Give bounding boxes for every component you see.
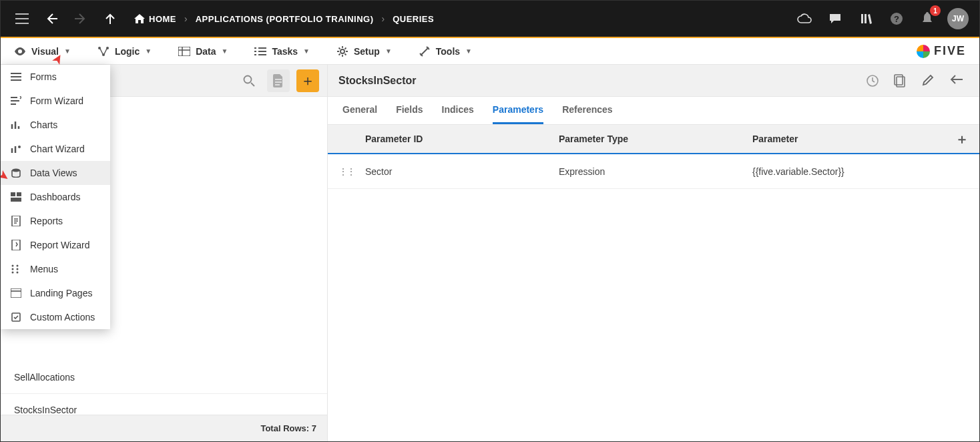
dropdown-label: Charts (30, 120, 57, 130)
search-icon[interactable] (238, 69, 260, 92)
menu-tasks[interactable]: Tasks ▼ (254, 45, 310, 57)
col-header-type: Parameter Type (559, 134, 752, 144)
svg-point-7 (244, 75, 252, 83)
dropdown-item-landing-pages[interactable]: Landing Pages (1, 281, 110, 305)
menu-data[interactable]: Data ▼ (178, 45, 228, 57)
dropdown-item-dashboards[interactable]: Dashboards (1, 185, 110, 209)
tools-icon (419, 45, 431, 57)
right-header-actions (866, 74, 969, 87)
dropdown-item-charts[interactable]: Charts (1, 113, 110, 137)
chevron-down-icon: ▼ (222, 47, 228, 55)
table-row[interactable]: ⋮⋮ Sector Expression {{five.variable.Sec… (328, 154, 979, 189)
avatar-initials: JW (952, 14, 964, 23)
menu-visual[interactable]: Visual ▼ (14, 45, 71, 57)
back-icon[interactable] (41, 8, 62, 29)
chevron-down-icon: ▼ (145, 47, 152, 55)
breadcrumb-applications[interactable]: APPLICATIONS (PORTFOLIO TRAINING) (196, 14, 374, 24)
help-icon[interactable]: ? (886, 8, 907, 29)
svg-text:?: ? (894, 14, 899, 24)
svg-point-18 (17, 265, 19, 267)
menu-tools[interactable]: Tools ▼ (419, 45, 472, 57)
breadcrumb-queries[interactable]: QUERIES (393, 14, 434, 24)
tab-label: References (562, 104, 613, 115)
history-icon[interactable] (866, 74, 885, 87)
left-pane: ＋ Forms Form Wizard Charts Chart Wizard (1, 65, 328, 441)
menu-data-label: Data (196, 46, 216, 57)
add-row-button[interactable]: ＋ (942, 130, 969, 148)
form-wizard-icon (10, 95, 22, 107)
dropdown-label: Reports (30, 216, 63, 226)
dropdown-label: Chart Wizard (30, 144, 85, 154)
svg-point-15 (12, 265, 14, 267)
copy-icon[interactable] (894, 74, 913, 87)
list-item[interactable]: SellAllocations (1, 361, 327, 394)
main-area: ＋ Forms Form Wizard Charts Chart Wizard (1, 65, 979, 441)
cloud-icon[interactable] (794, 8, 815, 29)
gear-icon (336, 45, 348, 57)
brand-logo: FIVE (917, 44, 966, 58)
add-button[interactable]: ＋ (296, 69, 319, 92)
chevron-right-icon: › (184, 13, 188, 24)
toolbar: Visual ▼ Logic ▼ Data ▼ Tasks ▼ Setup ▼ … (1, 38, 979, 65)
dashboards-icon (10, 191, 22, 203)
dropdown-label: Data Views (30, 168, 77, 178)
library-icon[interactable] (855, 8, 877, 29)
custom-actions-icon (10, 311, 22, 323)
menu-logic[interactable]: Logic ▼ (97, 45, 152, 57)
notifications-icon[interactable]: 1 (917, 8, 938, 29)
dropdown-item-reports[interactable]: Reports (1, 209, 110, 233)
col-header-value: Parameter (752, 134, 942, 144)
total-rows-label: Total Rows: 7 (260, 423, 316, 433)
reports-icon (10, 215, 22, 227)
svg-point-19 (17, 268, 19, 270)
hamburger-icon[interactable] (11, 8, 33, 29)
svg-point-16 (12, 268, 14, 270)
data-icon (178, 45, 190, 57)
menu-tools-label: Tools (436, 46, 460, 57)
back-arrow-icon[interactable] (950, 74, 969, 87)
tab-indices[interactable]: Indices (442, 97, 474, 124)
forms-icon (10, 71, 22, 83)
tab-parameters[interactable]: Parameters (493, 97, 543, 124)
dropdown-label: Forms (30, 71, 57, 82)
eye-icon (14, 45, 26, 57)
dropdown-item-form-wizard[interactable]: Form Wizard (1, 89, 110, 113)
svg-point-17 (12, 272, 14, 274)
col-header-id: Parameter ID (365, 134, 559, 144)
logic-icon (97, 45, 109, 57)
dropdown-item-menus[interactable]: Menus (1, 257, 110, 281)
tab-label: General (342, 104, 377, 115)
cell-parameter-id: Sector (365, 166, 559, 177)
tabs: General Fields Indices Parameters Refere… (328, 97, 979, 125)
chevron-down-icon: ▼ (465, 47, 472, 55)
dropdown-label: Report Wizard (30, 240, 89, 250)
tab-fields[interactable]: Fields (396, 97, 423, 124)
dropdown-item-report-wizard[interactable]: Report Wizard (1, 233, 110, 257)
svg-rect-11 (17, 192, 21, 196)
dropdown-item-custom-actions[interactable]: Custom Actions (1, 305, 110, 329)
breadcrumb-applications-label: APPLICATIONS (PORTFOLIO TRAINING) (196, 14, 374, 24)
dropdown-item-forms[interactable]: Forms (1, 65, 110, 89)
drag-handle-icon[interactable]: ⋮⋮ (338, 166, 365, 177)
tab-label: Parameters (493, 104, 543, 115)
tab-general[interactable]: General (342, 97, 377, 124)
menu-setup[interactable]: Setup ▼ (336, 45, 392, 57)
dropdown-item-data-views[interactable]: Data Views (1, 161, 110, 185)
report-wizard-icon (10, 239, 22, 251)
dropdown-item-chart-wizard[interactable]: Chart Wizard (1, 137, 110, 161)
dropdown-label: Dashboards (30, 192, 81, 202)
chat-icon[interactable] (824, 8, 846, 29)
up-icon[interactable] (99, 8, 121, 29)
svg-point-20 (17, 272, 19, 274)
data-views-icon (10, 167, 22, 179)
dropdown-label: Custom Actions (30, 312, 95, 322)
svg-rect-12 (11, 198, 21, 202)
edit-icon[interactable] (922, 74, 941, 87)
document-icon[interactable] (267, 69, 290, 92)
tab-references[interactable]: References (562, 97, 613, 124)
chevron-down-icon: ▼ (303, 47, 310, 55)
list-item[interactable]: StocksInSector (1, 394, 327, 415)
breadcrumb-home[interactable]: HOME (134, 14, 176, 24)
avatar[interactable]: JW (947, 8, 969, 29)
menu-tasks-label: Tasks (272, 46, 298, 57)
